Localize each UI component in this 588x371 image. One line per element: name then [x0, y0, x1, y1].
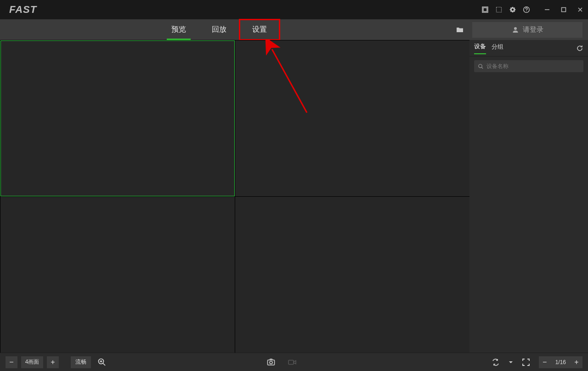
bottom-toolbar: − 4画面 + 流畅 − 1/16 +: [0, 353, 588, 371]
snapshot-icon[interactable]: [266, 358, 276, 367]
video-cell-3[interactable]: [0, 197, 235, 353]
svg-rect-18: [288, 360, 294, 364]
search-icon: [478, 63, 484, 69]
user-icon: [512, 26, 519, 34]
svg-point-4: [526, 11, 526, 11]
svg-line-11: [481, 67, 483, 68]
page-indicator: 1/16: [551, 356, 571, 368]
tab-preview[interactable]: 预览: [158, 19, 199, 40]
page-group: − 1/16 +: [539, 356, 582, 368]
tab-settings-label: 设置: [252, 25, 267, 34]
tab-playback-label: 回放: [212, 25, 226, 34]
dots-icon[interactable]: [495, 6, 503, 13]
zoom-in-icon[interactable]: [97, 358, 107, 367]
caret-down-icon[interactable]: [509, 358, 513, 367]
refresh-icon[interactable]: [576, 45, 583, 52]
app-logo: FAST: [9, 4, 37, 16]
main-tab-bar: 预览 回放 设置 请登录: [0, 19, 588, 40]
page-next-button[interactable]: +: [571, 356, 582, 368]
svg-rect-1: [483, 8, 487, 11]
svg-line-13: [103, 363, 105, 365]
svg-rect-6: [562, 8, 566, 12]
layout-icon[interactable]: [481, 6, 489, 13]
video-grid: [0, 40, 469, 353]
svg-rect-2: [497, 7, 502, 12]
search-input[interactable]: [486, 63, 580, 69]
center-tool-icons: [266, 358, 297, 367]
close-icon[interactable]: [577, 6, 583, 13]
stream-quality-button[interactable]: 流畅: [71, 356, 91, 368]
svg-rect-16: [268, 360, 275, 365]
tab-settings[interactable]: 设置: [239, 19, 280, 40]
side-tab-group-label: 分组: [492, 43, 503, 50]
video-cell-2[interactable]: [235, 40, 469, 196]
side-tab-device[interactable]: 设备: [474, 42, 486, 54]
right-tool-icons: − 1/16 +: [491, 356, 582, 368]
login-label: 请登录: [523, 25, 543, 34]
side-tab-device-label: 设备: [474, 43, 486, 50]
folder-icon[interactable]: [456, 26, 464, 34]
record-icon: [288, 358, 297, 367]
side-tab-group[interactable]: 分组: [492, 43, 503, 54]
svg-point-17: [270, 361, 272, 364]
fullscreen-icon[interactable]: [521, 358, 531, 367]
cycle-icon[interactable]: [491, 358, 500, 367]
layout-decrease-button[interactable]: −: [6, 356, 17, 368]
page-prev-button[interactable]: −: [539, 356, 551, 368]
video-cell-4[interactable]: [235, 197, 469, 353]
video-cell-1[interactable]: [0, 40, 235, 196]
side-tabs: 设备 分组: [469, 40, 588, 57]
layout-count-label[interactable]: 4画面: [21, 356, 43, 368]
maximize-icon[interactable]: [560, 6, 567, 13]
svg-point-10: [479, 64, 482, 67]
tab-preview-label: 预览: [171, 25, 186, 34]
tab-playback[interactable]: 回放: [199, 19, 239, 40]
device-search[interactable]: [474, 60, 583, 72]
gear-icon[interactable]: [509, 6, 516, 13]
title-tool-icons: [481, 6, 530, 13]
window-controls: [544, 6, 583, 13]
side-panel: 设备 分组: [469, 40, 588, 353]
minimize-icon[interactable]: [544, 6, 550, 13]
layout-increase-button[interactable]: +: [47, 356, 59, 368]
main-area: 设备 分组: [0, 40, 588, 353]
login-button[interactable]: 请登录: [472, 22, 582, 38]
title-bar: FAST: [0, 0, 588, 19]
help-icon[interactable]: [523, 6, 530, 13]
